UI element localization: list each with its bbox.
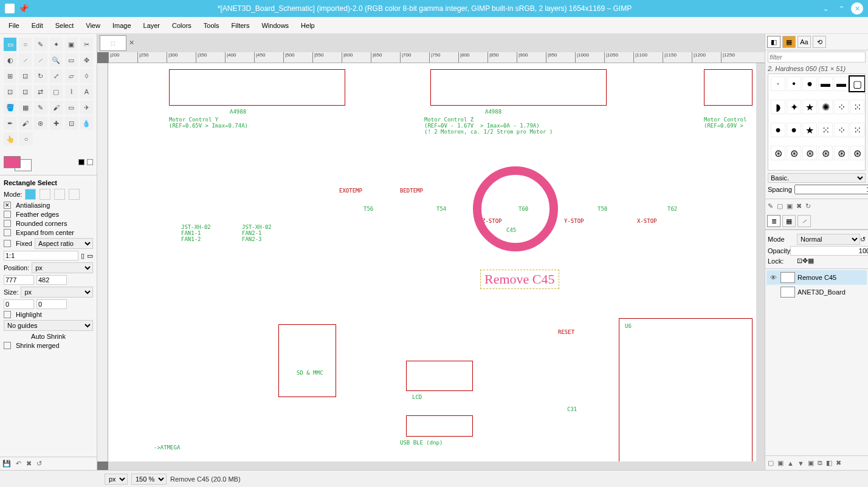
tool-text[interactable]: A — [80, 85, 93, 98]
layer-thumbnail[interactable] — [780, 272, 795, 283]
zoom-select[interactable]: 150 % — [131, 474, 167, 485]
refresh-brush-icon[interactable]: ↻ — [805, 202, 811, 210]
tool-clone[interactable]: ⊛ — [34, 117, 47, 130]
lock-alpha-icon[interactable]: ▦ — [808, 257, 814, 265]
canvas[interactable]: A4988 Motor Control Y (REF=0.65V > Imax=… — [108, 63, 756, 461]
lock-pixels-icon[interactable]: ⊡ — [797, 257, 802, 265]
del-brush-icon[interactable]: ✖ — [796, 202, 802, 210]
brush-item[interactable]: ● — [802, 77, 817, 91]
tool-scissors[interactable]: ✂ — [80, 38, 93, 51]
tool-foreground[interactable]: ◐ — [4, 53, 16, 67]
tool-brush[interactable]: 🖌 — [50, 101, 63, 114]
tool-blur[interactable]: 💧 — [80, 117, 93, 130]
maximize-button[interactable]: ⌃ — [835, 2, 847, 15]
ratio-input[interactable] — [4, 251, 78, 261]
tool-ink[interactable]: ✒ — [4, 117, 16, 130]
dup-layer-icon[interactable]: ▣ — [808, 459, 814, 467]
tool-fuzzy-select[interactable]: ✦ — [50, 38, 63, 51]
spacing-input[interactable] — [794, 185, 868, 194]
tool-free-select[interactable]: ✎ — [34, 38, 47, 51]
menu-select[interactable]: Select — [49, 19, 80, 32]
tool-airbrush[interactable]: ✈ — [80, 101, 93, 114]
mode-reset-icon[interactable]: ↺ — [860, 236, 866, 244]
dup-brush-icon[interactable]: ▣ — [787, 202, 793, 210]
brush-item[interactable]: ⊛ — [787, 146, 801, 160]
tool-rect-select[interactable]: ▭ — [4, 38, 16, 51]
visibility-icon[interactable]: 👁 — [768, 274, 778, 281]
tool-flip[interactable]: ⇄ — [34, 85, 47, 98]
annotation-text[interactable]: Remove C45 — [480, 270, 559, 289]
menu-image[interactable]: Image — [106, 19, 137, 32]
brush-item[interactable]: ✺ — [818, 100, 833, 114]
pos-y-input[interactable] — [36, 275, 67, 285]
history-tab[interactable]: ⟲ — [813, 36, 826, 48]
brush-item[interactable]: ⊛ — [771, 146, 785, 160]
tool-handle[interactable]: ⊡ — [19, 85, 32, 98]
mode-replace[interactable] — [25, 189, 36, 200]
delete-options-icon[interactable]: ✖ — [26, 460, 32, 468]
mode-add[interactable] — [40, 189, 50, 200]
mode-intersect[interactable] — [69, 189, 80, 200]
layer-item-anet3d[interactable]: ANET3D_Board — [766, 285, 867, 299]
brush-item[interactable]: ⁙ — [818, 123, 833, 137]
tool-eraser[interactable]: ▭ — [65, 101, 78, 114]
tool-warp[interactable]: ⌇ — [65, 85, 78, 98]
scrollbar-vertical[interactable] — [756, 63, 765, 461]
brush-preset-select[interactable]: Basic. — [768, 173, 866, 183]
brush-item[interactable]: ⁘ — [834, 123, 849, 137]
tool-picker[interactable]: ⟋ — [34, 53, 47, 67]
brush-item[interactable]: ▬ — [834, 77, 849, 91]
lock-position-icon[interactable]: ✥ — [802, 257, 808, 265]
brush-grid[interactable]: · • ● ▬ ▬ ▢ ◗ ✦ ★ ✺ ⁘ ⁙ ● ● ★ ⁙ ⁘ ⁙ ⊛ ⊛ … — [768, 73, 866, 171]
pos-x-input[interactable] — [4, 275, 34, 285]
tool-align[interactable]: ⊞ — [4, 69, 16, 83]
brush-item[interactable]: ● — [771, 123, 785, 137]
expand-checkbox[interactable] — [4, 229, 11, 236]
menu-windows[interactable]: Windows — [255, 19, 295, 32]
new-brush-icon[interactable]: ▢ — [777, 202, 783, 210]
tool-move[interactable]: ✥ — [80, 53, 93, 67]
reset-options-icon[interactable]: ↺ — [36, 460, 42, 468]
tool-unified[interactable]: ⊡ — [4, 85, 16, 98]
menu-layer[interactable]: Layer — [137, 19, 167, 32]
color-selector[interactable] — [0, 149, 97, 175]
image-tab-thumbnail[interactable]: ⬚ — [100, 35, 126, 51]
fixed-select[interactable]: Aspect ratio — [35, 238, 93, 249]
new-group-icon[interactable]: ▣ — [777, 459, 784, 467]
tool-perspective-clone[interactable]: ⊡ — [65, 117, 78, 130]
delete-layer-icon[interactable]: ✖ — [836, 459, 841, 467]
menu-edit[interactable]: Edit — [26, 19, 49, 32]
highlight-checkbox[interactable] — [4, 311, 11, 318]
ruler-horizontal[interactable]: |200|250|300|350|400|450|500|550|600|650… — [108, 52, 765, 63]
channels-tab[interactable]: ▦ — [782, 215, 796, 227]
feather-checkbox[interactable] — [4, 211, 11, 218]
guides-select[interactable]: No guides — [4, 320, 93, 331]
tool-bucket[interactable]: 🪣 — [4, 101, 16, 114]
brushes-tab[interactable]: ◧ — [767, 36, 780, 48]
ruler-vertical[interactable] — [97, 63, 108, 461]
brush-item[interactable]: ● — [787, 123, 801, 137]
brush-item[interactable]: ⁙ — [850, 123, 864, 137]
tool-measure[interactable]: ▭ — [65, 53, 78, 67]
edit-brush-icon[interactable]: ✎ — [768, 202, 773, 210]
patterns-tab[interactable]: ▦ — [782, 36, 796, 48]
tool-scale[interactable]: ⤢ — [50, 69, 63, 83]
brush-item[interactable]: ⊛ — [802, 146, 817, 160]
tab-close-icon[interactable]: ✕ — [129, 39, 137, 47]
tool-pencil[interactable]: ✎ — [34, 101, 47, 114]
tool-cage[interactable]: ▢ — [50, 85, 63, 98]
size-unit[interactable]: px — [21, 287, 93, 298]
restore-options-icon[interactable]: ↶ — [16, 460, 21, 468]
layer-mode-select[interactable]: Normal — [797, 234, 860, 245]
lower-layer-icon[interactable]: ▼ — [797, 460, 804, 467]
layers-tab[interactable]: ≣ — [767, 215, 780, 227]
brush-item[interactable]: ⊛ — [834, 146, 849, 160]
tool-gradient[interactable]: ▦ — [19, 101, 32, 114]
brush-item[interactable]: · — [771, 77, 785, 91]
brush-item[interactable]: • — [787, 77, 801, 91]
brush-item[interactable]: ⊛ — [850, 146, 864, 160]
foreground-color[interactable] — [4, 156, 21, 168]
tool-heal[interactable]: ✚ — [50, 117, 63, 130]
default-colors-icon[interactable] — [78, 159, 84, 165]
pin-icon[interactable]: 📌 — [18, 4, 29, 13]
